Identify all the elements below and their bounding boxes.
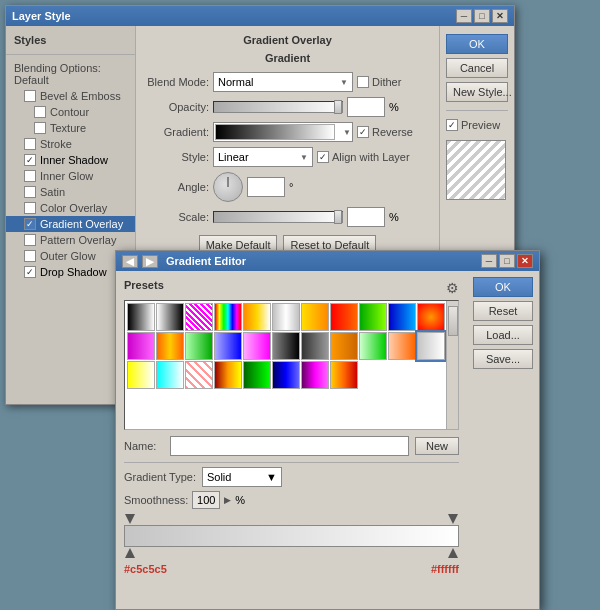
preview-label[interactable]: Preview: [446, 119, 508, 131]
preset-8[interactable]: [330, 303, 358, 331]
reverse-label[interactable]: Reverse: [357, 126, 413, 138]
preset-22[interactable]: [417, 332, 445, 360]
ok-button[interactable]: OK: [446, 34, 508, 54]
opacity-stop-right[interactable]: [448, 514, 458, 524]
preset-3[interactable]: [185, 303, 213, 331]
scale-input[interactable]: 100: [347, 207, 385, 227]
preview-checkbox[interactable]: [446, 119, 458, 131]
ge-load-btn[interactable]: Load...: [473, 325, 533, 345]
scrollbar-thumb[interactable]: [448, 306, 458, 336]
new-style-button[interactable]: New Style...: [446, 82, 508, 102]
presets-scrollbar[interactable]: [446, 301, 458, 429]
smoothness-value[interactable]: 100: [192, 491, 220, 509]
name-input[interactable]: Custom: [170, 436, 409, 456]
new-gradient-btn[interactable]: New: [415, 437, 459, 455]
preset-13[interactable]: [156, 332, 184, 360]
preset-26[interactable]: [214, 361, 242, 389]
ge-maximize-btn[interactable]: □: [499, 254, 515, 268]
align-layer-checkbox[interactable]: [317, 151, 329, 163]
preset-17[interactable]: [272, 332, 300, 360]
preset-16[interactable]: [243, 332, 271, 360]
sidebar-item-satin[interactable]: Satin: [6, 184, 135, 200]
sidebar-item-bevel[interactable]: Bevel & Emboss: [6, 88, 135, 104]
color-overlay-checkbox[interactable]: [24, 202, 36, 214]
gradient-overlay-checkbox[interactable]: [24, 218, 36, 230]
preset-10[interactable]: [388, 303, 416, 331]
blend-mode-select[interactable]: Normal ▼: [213, 72, 353, 92]
inner-shadow-checkbox[interactable]: [24, 154, 36, 166]
gradient-select[interactable]: ▼: [213, 122, 353, 142]
scale-slider[interactable]: [213, 211, 343, 223]
scale-thumb[interactable]: [334, 210, 342, 224]
sidebar-item-gradient-overlay[interactable]: Gradient Overlay: [6, 216, 135, 232]
preset-12[interactable]: [127, 332, 155, 360]
ge-save-btn[interactable]: Save...: [473, 349, 533, 369]
preset-2[interactable]: [156, 303, 184, 331]
preset-29[interactable]: [301, 361, 329, 389]
outer-glow-checkbox[interactable]: [24, 250, 36, 262]
minimize-btn[interactable]: ─: [456, 9, 472, 23]
preset-28[interactable]: [272, 361, 300, 389]
color-stop-left[interactable]: [125, 548, 135, 558]
opacity-thumb[interactable]: [334, 100, 342, 114]
opacity-slider[interactable]: [213, 101, 343, 113]
preset-24[interactable]: [156, 361, 184, 389]
bevel-checkbox[interactable]: [24, 90, 36, 102]
preset-1[interactable]: [127, 303, 155, 331]
opacity-stop-left[interactable]: [125, 514, 135, 524]
preset-4[interactable]: [214, 303, 242, 331]
presets-container[interactable]: [124, 300, 459, 430]
angle-input[interactable]: 90: [247, 177, 285, 197]
preset-7[interactable]: [301, 303, 329, 331]
sidebar-item-contour[interactable]: Contour: [6, 104, 135, 120]
sidebar-item-stroke[interactable]: Stroke: [6, 136, 135, 152]
color-stop-right[interactable]: [448, 548, 458, 558]
gear-icon[interactable]: ⚙: [446, 280, 459, 296]
preset-14[interactable]: [185, 332, 213, 360]
ge-reset-btn[interactable]: Reset: [473, 301, 533, 321]
stroke-checkbox[interactable]: [24, 138, 36, 150]
satin-checkbox[interactable]: [24, 186, 36, 198]
preset-11[interactable]: [417, 303, 445, 331]
dither-checkbox[interactable]: [357, 76, 369, 88]
preset-20[interactable]: [359, 332, 387, 360]
sidebar-item-color-overlay[interactable]: Color Overlay: [6, 200, 135, 216]
opacity-input[interactable]: 100: [347, 97, 385, 117]
preset-19[interactable]: [330, 332, 358, 360]
blending-options-label[interactable]: Blending Options: Default: [6, 60, 135, 88]
gradient-type-select[interactable]: Solid ▼: [202, 467, 282, 487]
angle-dial[interactable]: [213, 172, 243, 202]
preset-25[interactable]: [185, 361, 213, 389]
ge-nav-left[interactable]: ◀: [122, 255, 138, 268]
sidebar-item-inner-glow[interactable]: Inner Glow: [6, 168, 135, 184]
drop-shadow-checkbox[interactable]: [24, 266, 36, 278]
preset-27[interactable]: [243, 361, 271, 389]
sidebar-item-texture[interactable]: Texture: [6, 120, 135, 136]
texture-checkbox[interactable]: [34, 122, 46, 134]
preset-5[interactable]: [243, 303, 271, 331]
sidebar-item-pattern-overlay[interactable]: Pattern Overlay: [6, 232, 135, 248]
preset-9[interactable]: [359, 303, 387, 331]
dither-checkbox-label[interactable]: Dither: [357, 76, 401, 88]
preset-23[interactable]: [127, 361, 155, 389]
maximize-btn[interactable]: □: [474, 9, 490, 23]
ge-minimize-btn[interactable]: ─: [481, 254, 497, 268]
align-layer-label[interactable]: Align with Layer: [317, 151, 410, 163]
cancel-button[interactable]: Cancel: [446, 58, 508, 78]
style-select[interactable]: Linear ▼: [213, 147, 313, 167]
gradient-bar[interactable]: [124, 525, 459, 547]
close-btn[interactable]: ✕: [492, 9, 508, 23]
smoothness-stepper[interactable]: ▶: [224, 495, 231, 505]
pattern-overlay-checkbox[interactable]: [24, 234, 36, 246]
sidebar-item-inner-shadow[interactable]: Inner Shadow: [6, 152, 135, 168]
ge-nav-right[interactable]: ▶: [142, 255, 158, 268]
reverse-checkbox[interactable]: [357, 126, 369, 138]
preset-30[interactable]: [330, 361, 358, 389]
ge-close-btn[interactable]: ✕: [517, 254, 533, 268]
inner-glow-checkbox[interactable]: [24, 170, 36, 182]
preset-6[interactable]: [272, 303, 300, 331]
contour-checkbox[interactable]: [34, 106, 46, 118]
preset-21[interactable]: [388, 332, 416, 360]
preset-15[interactable]: [214, 332, 242, 360]
ge-ok-btn[interactable]: OK: [473, 277, 533, 297]
